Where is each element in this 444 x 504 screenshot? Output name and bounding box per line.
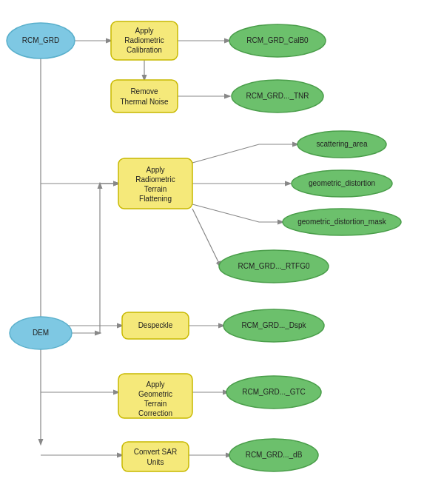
rcm-grd-calb0-label: RCM_GRD_CalB0	[246, 36, 309, 44]
scattering-area-node: scattering_area	[297, 131, 386, 158]
rcm-grd-tnr-node: RCM_GRD..._TNR	[232, 80, 323, 112]
scattering-area-label: scattering_area	[317, 140, 368, 148]
svg-text:Calibration: Calibration	[127, 46, 162, 54]
svg-text:Units: Units	[147, 458, 164, 466]
despeckle-label: Despeckle	[138, 321, 173, 329]
svg-text:Thermal Noise: Thermal Noise	[120, 98, 168, 106]
svg-text:Remove: Remove	[130, 87, 158, 95]
svg-text:Radiometric: Radiometric	[124, 36, 164, 44]
rcm-grd-gtc-node: RCM_GRD..._GTC	[226, 376, 321, 409]
svg-rect-44	[122, 442, 189, 471]
geometric-distortion-node: geometric_distortion	[292, 170, 392, 197]
workflow-diagram: RCM_GRD Apply Radiometric Calibration RC…	[0, 0, 444, 504]
apply-rtf-node: Apply Radiometric Terrain Flattening	[118, 158, 192, 209]
rcm-grd-rtfg0-node: RCM_GRD..._RTFG0	[219, 250, 329, 283]
svg-text:Terrain: Terrain	[144, 400, 167, 408]
remove-thermal-node: Remove Thermal Noise	[111, 80, 178, 112]
svg-text:Correction: Correction	[138, 409, 172, 417]
apply-gtc-node: Apply Geometric Terrain Correction	[118, 374, 192, 418]
dem-label: DEM	[33, 329, 49, 337]
rcm-grd-node: RCM_GRD	[7, 23, 75, 58]
apply-radio-cal-node: Apply Radiometric Calibration	[111, 21, 178, 60]
svg-text:Terrain: Terrain	[144, 185, 167, 193]
despeckle-node: Despeckle	[122, 312, 189, 339]
rcm-grd-tnr-label: RCM_GRD..._TNR	[246, 92, 309, 100]
svg-text:Flattening: Flattening	[139, 195, 172, 203]
svg-text:Apply: Apply	[146, 380, 164, 389]
rcm-grd-db-label: RCM_GRD..._dB	[246, 451, 303, 459]
dem-node: DEM	[10, 317, 72, 349]
rcm-grd-dspk-node: RCM_GRD..._Dspk	[223, 309, 324, 342]
svg-text:Apply: Apply	[135, 27, 153, 35]
svg-line-12	[192, 209, 221, 266]
rcm-grd-db-node: RCM_GRD..._dB	[229, 439, 318, 471]
rcm-grd-dspk-label: RCM_GRD..._Dspk	[241, 321, 306, 329]
geometric-distortion-mask-node: geometric_distortion_mask	[283, 209, 401, 235]
svg-text:Geometric: Geometric	[138, 390, 172, 398]
rcm-grd-label: RCM_GRD	[22, 36, 60, 44]
geometric-distortion-label: geometric_distortion	[309, 179, 375, 187]
svg-text:Convert SAR: Convert SAR	[134, 448, 177, 456]
svg-text:Apply: Apply	[146, 166, 164, 174]
geometric-distortion-mask-label: geometric_distortion_mask	[297, 218, 386, 226]
svg-text:Radiometric: Radiometric	[135, 175, 175, 184]
convert-sar-node: Convert SAR Units	[122, 442, 189, 471]
rcm-grd-rtfg0-label: RCM_GRD..._RTFG0	[238, 262, 309, 270]
rcm-grd-gtc-label: RCM_GRD..._GTC	[242, 388, 306, 396]
rcm-grd-calb0-node: RCM_GRD_CalB0	[229, 24, 326, 57]
svg-rect-22	[111, 80, 178, 112]
